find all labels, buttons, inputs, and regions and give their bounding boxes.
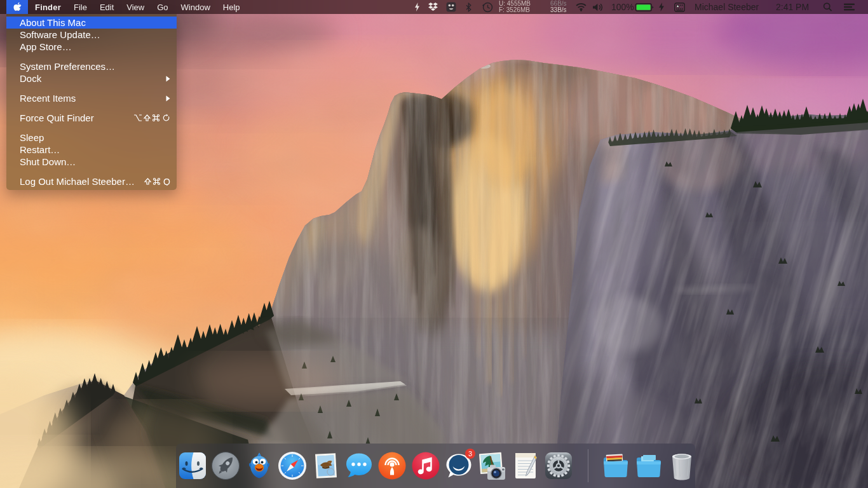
svg-text:Q: Q bbox=[163, 177, 170, 186]
